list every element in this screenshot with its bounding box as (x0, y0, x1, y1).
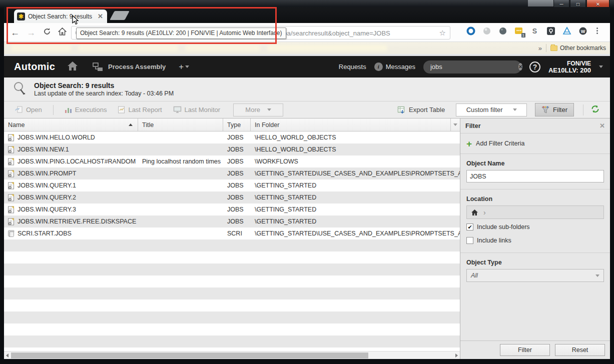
horizontal-scrollbar[interactable] (4, 351, 460, 359)
messages-link[interactable]: i Messages (374, 62, 415, 71)
include-subfolders-checkbox[interactable]: ✔ Include sub-folders (460, 219, 610, 232)
requests-link[interactable]: Requests (339, 63, 366, 70)
bookmarks-overflow-chevron[interactable]: » (538, 44, 542, 52)
extension-icon-lightbulb[interactable] (545, 26, 556, 36)
extension-icon-gray-sphere[interactable] (481, 26, 492, 36)
empty-row (4, 324, 460, 336)
chevron-down-icon (453, 124, 457, 126)
jobs-object-icon (8, 206, 15, 214)
extension-badge: 1 (521, 33, 525, 38)
empty-row (4, 300, 460, 312)
extension-icon-s[interactable]: S (529, 26, 540, 36)
help-button[interactable]: ? (529, 62, 540, 72)
cell-in-folder: \GETTING_STARTED (251, 206, 460, 213)
table-row[interactable]: JOBS.WIN.QUERY.1JOBS\GETTING_STARTED (4, 180, 460, 192)
empty-row (4, 276, 460, 288)
apply-filter-button[interactable]: Filter (500, 344, 550, 356)
blurred-bookmark (11, 45, 71, 51)
column-header-type[interactable]: Type (223, 118, 251, 131)
home-button[interactable] (55, 26, 69, 40)
extension-icon-blue-triangle[interactable] (561, 26, 572, 36)
global-search-input[interactable] (430, 63, 518, 70)
table-row[interactable]: JOBS.WIN.HELLO.WORLDJOBS\HELLO_WORLD_OBJ… (4, 132, 460, 144)
table-row[interactable]: JOBS.WIN.QUERY.3JOBS\GETTING_STARTED (4, 204, 460, 216)
refresh-icon (590, 104, 600, 114)
client-chevron-icon (599, 66, 603, 68)
reload-button[interactable] (40, 26, 54, 40)
cell-in-folder: \HELLO_WORLD_OBJECTS (251, 146, 460, 153)
plus-icon: + (466, 139, 472, 148)
main-area: Name Title Type In Folder JOBS.WIN.HELLO… (4, 118, 610, 359)
back-button[interactable]: ← (8, 26, 22, 40)
open-icon (15, 106, 23, 114)
cell-name: JOBS.WIN.NEW.1 (4, 146, 138, 154)
executions-button[interactable]: Executions (65, 106, 107, 114)
table-row[interactable]: SCRI.START.JOBSSCRI\GETTING_STARTED\USE_… (4, 228, 460, 240)
object-type-label: Object Type (460, 253, 610, 269)
action-toolbar: Open Executions Last Report (4, 102, 610, 118)
tab-close-icon[interactable]: ✕ (97, 12, 104, 20)
more-dropdown[interactable]: More (233, 104, 283, 116)
global-search[interactable]: ✕ (423, 60, 521, 74)
table-row[interactable]: JOBS.WIN.QUERY.2JOBS\GETTING_STARTED (4, 192, 460, 204)
chevron-down-icon (185, 66, 189, 68)
filter-toggle-button[interactable]: Filter (535, 103, 574, 116)
extension-icon-w[interactable]: W (577, 26, 588, 36)
empty-row (4, 336, 460, 348)
breadcrumb-chevron-icon: › (483, 208, 486, 216)
extension-icon-blue-ring[interactable] (465, 26, 476, 36)
column-header-name[interactable]: Name (4, 118, 138, 131)
other-bookmarks-button[interactable]: Other bookmarks (550, 44, 606, 52)
table-row[interactable]: JOBS.WIN.RETRIEVE.FREE.DISKSPACEJOBS\GET… (4, 216, 460, 228)
forward-button[interactable]: → (24, 26, 38, 40)
reset-filter-button[interactable]: Reset (555, 344, 605, 356)
scroll-right-arrow-icon[interactable] (455, 354, 458, 358)
nav-process-assembly[interactable]: Process Assembly (92, 62, 166, 72)
filter-panel: Filter ✕ + Add Filter Criteria Object Na… (460, 118, 610, 359)
filter-panel-close-icon[interactable]: ✕ (599, 122, 605, 130)
export-table-button[interactable]: Export Table (397, 106, 445, 114)
cell-in-folder: \GETTING_STARTED\USE_CASES_AND_EXAMPLES\… (251, 230, 460, 237)
funnel-icon (541, 106, 549, 114)
cell-name: JOBS.WIN.PING.LOCALHOST#RANDOM (4, 158, 138, 166)
url-text[interactable]: @pa/searchresult&object_name=JOBS (277, 30, 390, 37)
location-breadcrumb[interactable]: › (466, 206, 604, 219)
object-name-input[interactable] (466, 170, 604, 182)
custom-filter-dropdown[interactable]: Custom filter (456, 104, 527, 116)
jobs-object-icon (8, 182, 15, 190)
scroll-left-arrow-icon[interactable] (6, 354, 9, 358)
refresh-button[interactable] (583, 104, 600, 116)
empty-row (4, 240, 460, 252)
checkbox-checked-icon[interactable]: ✔ (466, 224, 473, 230)
table-row[interactable]: JOBS.WIN.PROMPTJOBS\GETTING_STARTED\USE_… (4, 168, 460, 180)
object-type-dropdown[interactable]: All (466, 269, 604, 282)
column-header-in-folder[interactable]: In Folder (251, 118, 451, 131)
extension-icon-yellow-badge[interactable]: 1 (513, 26, 524, 36)
open-button[interactable]: Open (15, 106, 42, 114)
column-options-button[interactable] (451, 118, 460, 131)
last-report-button[interactable]: Last Report (118, 106, 162, 114)
checkbox-unchecked-icon[interactable] (466, 237, 473, 244)
search-clear-icon[interactable]: ✕ (518, 63, 522, 70)
cell-type: JOBS (223, 158, 251, 165)
app-home-button[interactable] (67, 61, 78, 73)
add-tab-button[interactable]: + (179, 62, 189, 72)
new-tab-button[interactable] (110, 11, 130, 20)
add-filter-criteria-button[interactable]: + Add Filter Criteria (460, 134, 610, 154)
bookmark-star-icon[interactable]: ☆ (439, 28, 446, 38)
client-menu[interactable]: FON/VIE AE10LLV: 200 (548, 60, 591, 74)
browser-menu-icon[interactable] (593, 26, 601, 36)
cell-type: JOBS (223, 194, 251, 201)
extension-icon-dark-sphere[interactable] (497, 26, 508, 36)
cell-type: JOBS (223, 146, 251, 153)
blurred-bookmark (78, 45, 178, 51)
include-links-checkbox[interactable]: Include links (460, 232, 610, 246)
cell-name: JOBS.WIN.HELLO.WORLD (4, 134, 138, 142)
column-header-title[interactable]: Title (138, 118, 223, 131)
last-monitor-button[interactable]: Last Monitor (173, 106, 221, 114)
table-row[interactable]: JOBS.WIN.PING.LOCALHOST#RANDOMPing local… (4, 156, 460, 168)
results-table-body: JOBS.WIN.HELLO.WORLDJOBS\HELLO_WORLD_OBJ… (4, 132, 460, 351)
table-row[interactable]: JOBS.WIN.NEW.1JOBS\HELLO_WORLD_OBJECTS (4, 144, 460, 156)
scrollbar-thumb[interactable] (11, 352, 368, 358)
browser-tab[interactable]: ✱ Object Search: 9 results ( ✕ (14, 10, 107, 23)
